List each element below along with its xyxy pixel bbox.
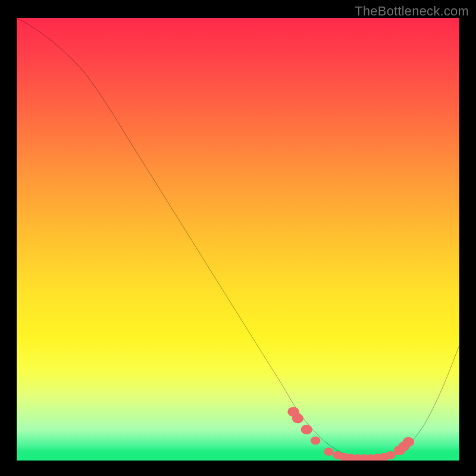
plot-area — [17, 18, 459, 461]
data-marker — [403, 437, 414, 447]
data-marker — [292, 414, 303, 423]
data-marker — [311, 437, 320, 445]
data-marker — [386, 451, 395, 459]
data-marker — [324, 447, 333, 456]
app-frame: TheBottleneck.com — [0, 0, 476, 476]
markers-group — [287, 407, 414, 461]
data-marker — [301, 425, 312, 434]
chart-svg — [17, 18, 459, 461]
watermark-text: TheBottleneck.com — [355, 4, 469, 19]
curve-path — [17, 18, 459, 459]
